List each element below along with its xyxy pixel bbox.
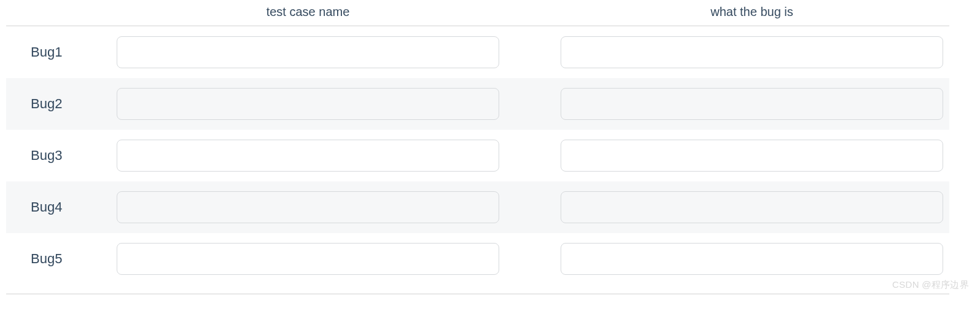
row-label: Bug5	[6, 251, 111, 267]
table-row: Bug1	[6, 26, 949, 78]
row-testcase-cell	[111, 191, 505, 223]
bug-input[interactable]	[561, 36, 943, 68]
bug-table: test case name what the bug is Bug1 Bug2	[0, 0, 980, 295]
bug-input[interactable]	[561, 88, 943, 120]
row-label-cell: Bug4	[6, 199, 111, 215]
table-row: Bug5	[6, 233, 949, 285]
row-bug-cell	[554, 36, 949, 68]
row-testcase-cell	[111, 88, 505, 120]
row-testcase-cell	[111, 140, 505, 172]
row-label: Bug3	[6, 148, 111, 164]
bug-input[interactable]	[561, 243, 943, 275]
header-col-bug: what the bug is	[554, 5, 949, 19]
row-bug-cell	[554, 140, 949, 172]
bug-input[interactable]	[561, 191, 943, 223]
testcase-input[interactable]	[117, 36, 499, 68]
header-bug-label: what the bug is	[561, 5, 943, 19]
row-label-cell: Bug5	[6, 251, 111, 267]
row-label-cell: Bug3	[6, 148, 111, 164]
row-label: Bug2	[6, 96, 111, 112]
row-bug-cell	[554, 191, 949, 223]
row-label: Bug1	[6, 44, 111, 60]
row-label-cell: Bug2	[6, 96, 111, 112]
row-testcase-cell	[111, 243, 505, 275]
table-row: Bug2	[6, 78, 949, 130]
testcase-input[interactable]	[117, 140, 499, 172]
row-label-cell: Bug1	[6, 44, 111, 60]
row-bug-cell	[554, 88, 949, 120]
header-col-testcase: test case name	[111, 5, 505, 19]
watermark-text: CSDN @程序边界	[892, 279, 969, 291]
header-testcase-label: test case name	[117, 5, 499, 19]
table-footer-divider	[6, 293, 949, 295]
testcase-input[interactable]	[117, 88, 499, 120]
bug-input[interactable]	[561, 140, 943, 172]
row-bug-cell	[554, 243, 949, 275]
table-header-row: test case name what the bug is	[6, 0, 949, 26]
table-row: Bug3	[6, 130, 949, 181]
table-row: Bug4	[6, 181, 949, 233]
row-label: Bug4	[6, 199, 111, 215]
row-testcase-cell	[111, 36, 505, 68]
testcase-input[interactable]	[117, 191, 499, 223]
testcase-input[interactable]	[117, 243, 499, 275]
